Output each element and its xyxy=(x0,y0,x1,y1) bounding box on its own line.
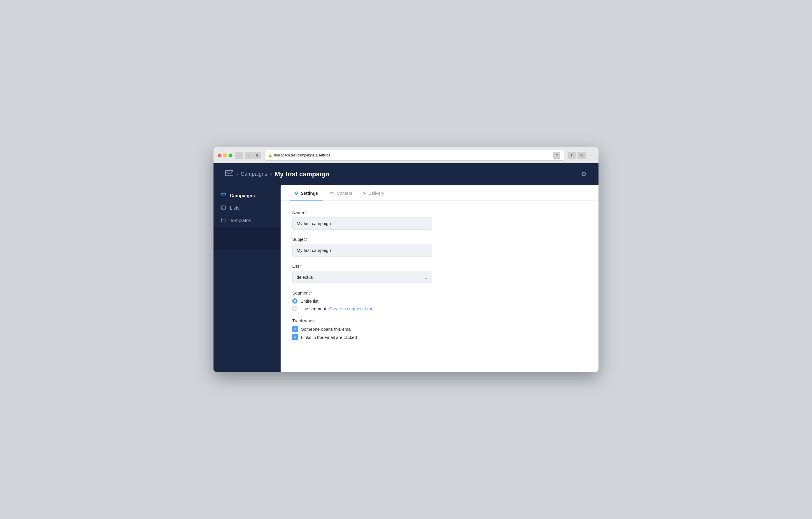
track-clicks-option: Links in the email are clicked xyxy=(292,334,587,340)
new-tab-button[interactable]: ⧉ xyxy=(578,152,586,159)
sidebar-item-lists[interactable]: Lists xyxy=(213,202,281,214)
tab-settings[interactable]: ⚙ Settings xyxy=(290,185,323,200)
templates-icon xyxy=(221,218,226,224)
campaigns-breadcrumb-link[interactable]: Campaigns xyxy=(241,171,267,177)
sidebar-item-campaigns[interactable]: Campaigns xyxy=(213,190,281,202)
name-form-group: Name* xyxy=(292,210,587,230)
app-body: Campaigns Lists xyxy=(213,185,599,372)
browser-window: ‹ › ⊞ 🔒 mailcoach.test/campaigns/1/setti… xyxy=(213,147,599,372)
delivery-tab-icon: ➤ xyxy=(362,191,366,196)
svg-rect-2 xyxy=(221,206,226,209)
sidebar-lists-label: Lists xyxy=(230,206,239,211)
content-area: ⚙ Settings </> Content ➤ Delivery xyxy=(281,185,599,372)
content-tab-label: Content xyxy=(337,191,352,196)
settings-gear-icon[interactable]: ⚙ xyxy=(581,170,587,178)
track-clicks-checkbox[interactable] xyxy=(292,334,298,340)
name-label: Name* xyxy=(292,210,587,215)
app-container: › Campaigns › My first campaign ⚙ Ca xyxy=(213,163,599,372)
content-tab-icon: </> xyxy=(328,191,334,196)
tab-switcher-button[interactable]: ⊞ xyxy=(253,152,261,159)
name-required-star: * xyxy=(305,210,307,215)
svg-rect-1 xyxy=(221,194,226,197)
list-form-group: List* delectus xyxy=(292,264,587,283)
tab-content[interactable]: </> Content xyxy=(324,185,357,200)
share-button[interactable]: ⬆ xyxy=(568,152,576,159)
url-text: mailcoach.test/campaigns/1/settings xyxy=(274,153,330,157)
list-select[interactable]: delectus xyxy=(292,271,432,283)
subject-form-group: Subject xyxy=(292,237,587,256)
list-select-wrapper: delectus xyxy=(292,271,432,283)
track-clicks-label: Links in the email are clicked xyxy=(301,335,357,340)
settings-tab-label: Settings xyxy=(301,191,318,196)
track-opens-label: Someone opens this email xyxy=(301,327,353,332)
track-group: Track when... Someone opens this email L… xyxy=(292,318,587,340)
segment-required-star: * xyxy=(311,291,312,295)
name-input[interactable] xyxy=(292,217,432,230)
back-button[interactable]: ‹ xyxy=(235,152,243,159)
segment-label: Segment* xyxy=(292,291,587,295)
use-segment-radio[interactable] xyxy=(292,306,297,311)
breadcrumb: › Campaigns › My first campaign xyxy=(225,170,329,178)
campaigns-icon xyxy=(221,193,226,198)
segment-entire-list-option: Entire list xyxy=(292,298,587,304)
forward-button[interactable]: › xyxy=(245,152,253,159)
segment-group: Segment* Entire list Use segment Create … xyxy=(292,291,587,311)
subject-label: Subject xyxy=(292,237,587,242)
traffic-lights xyxy=(218,154,232,157)
sidebar-item-templates[interactable]: Templates xyxy=(213,214,281,227)
sidebar-templates-label: Templates xyxy=(230,218,251,223)
sidebar: Campaigns Lists xyxy=(213,185,281,372)
breadcrumb-separator-2: › xyxy=(270,172,271,177)
minimize-button[interactable] xyxy=(223,154,227,157)
page-title: My first campaign xyxy=(275,170,329,178)
add-tab-button[interactable]: + xyxy=(587,152,594,159)
track-opens-option: Someone opens this email xyxy=(292,326,587,332)
segment-use-segment-option: Use segment Create a segment first xyxy=(292,306,587,311)
close-button[interactable] xyxy=(218,154,221,157)
subject-input[interactable] xyxy=(292,244,432,256)
form-body: Name* Subject List* xyxy=(281,200,599,356)
create-segment-link[interactable]: Create a segment first xyxy=(329,306,372,311)
reload-button[interactable]: ↻ xyxy=(553,152,560,159)
track-opens-checkbox[interactable] xyxy=(292,326,298,332)
sidebar-campaigns-label: Campaigns xyxy=(230,193,255,198)
track-label: Track when... xyxy=(292,318,587,323)
list-required-star: * xyxy=(300,264,301,269)
svg-rect-0 xyxy=(226,170,233,176)
maximize-button[interactable] xyxy=(229,154,232,157)
breadcrumb-separator: › xyxy=(236,172,238,177)
settings-tab-icon: ⚙ xyxy=(295,191,298,196)
app-logo-icon xyxy=(225,170,233,178)
browser-chrome: ‹ › ⊞ 🔒 mailcoach.test/campaigns/1/setti… xyxy=(213,147,599,163)
delivery-tab-label: Delivery xyxy=(368,191,384,196)
lists-icon xyxy=(221,206,226,211)
entire-list-label: Entire list xyxy=(300,299,319,304)
address-bar[interactable]: 🔒 mailcoach.test/campaigns/1/settings ↻ xyxy=(265,150,564,161)
use-segment-label: Use segment xyxy=(300,306,326,311)
list-label: List* xyxy=(292,264,587,269)
tab-bar: ⚙ Settings </> Content ➤ Delivery xyxy=(281,185,599,200)
sidebar-bottom xyxy=(213,227,281,250)
entire-list-radio[interactable] xyxy=(292,298,297,304)
tab-delivery[interactable]: ➤ Delivery xyxy=(358,185,389,200)
lock-icon: 🔒 xyxy=(268,154,272,157)
app-header: › Campaigns › My first campaign ⚙ xyxy=(213,163,599,185)
